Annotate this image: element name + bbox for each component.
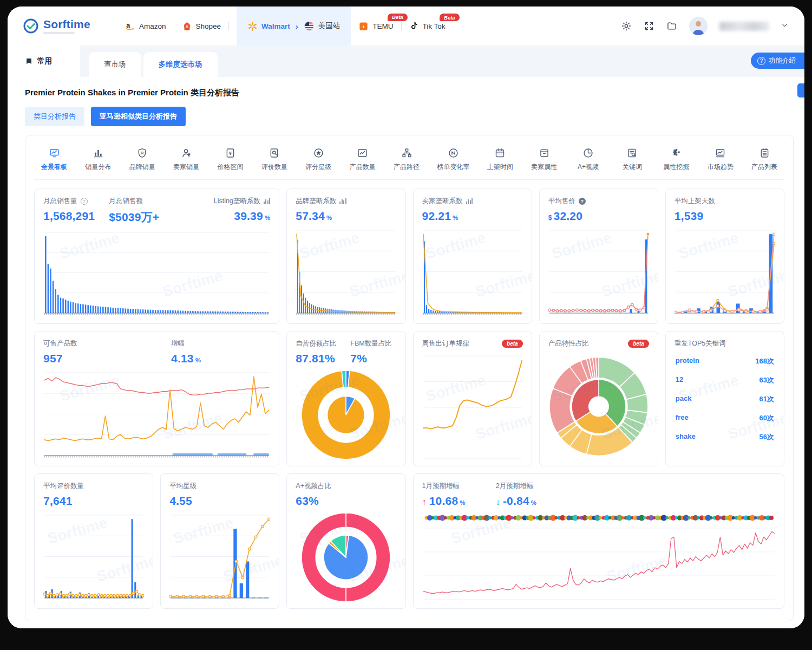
card-top-keywords: 重复TOP5关键词 protein168次1263次pack61次free60次… (665, 331, 784, 466)
keyword-list: protein168次1263次pack61次free60次shake56次 (675, 352, 775, 446)
platform-nav: a Amazon S Shopee (125, 6, 446, 46)
divider (228, 22, 229, 30)
platform-temu[interactable]: t TEMU Beta (358, 21, 393, 31)
forecast-chart (422, 512, 776, 603)
toolbar-item-attr-mining[interactable]: 属性挖掘 (663, 147, 690, 172)
platform-us-site[interactable]: 美国站 (304, 21, 340, 31)
toolbar-item-seller[interactable]: 卖家销量 (173, 147, 200, 172)
side-tag[interactable] (797, 83, 804, 98)
keyword-row[interactable]: free60次 (675, 408, 775, 427)
temu-icon: t (358, 21, 369, 31)
toolbar-item-label: 价格区间 (218, 162, 244, 172)
keyword-row[interactable]: 1263次 (675, 370, 775, 389)
svg-text:¥: ¥ (229, 151, 232, 156)
sidebar-header[interactable]: 常用 (8, 46, 80, 77)
market-tabs: 查市场 多维度选市场 (89, 52, 218, 77)
keyword-word: 12 (676, 375, 683, 385)
rank-change-icon (448, 147, 459, 159)
feature-intro-button[interactable]: ? 功能介绍 (751, 53, 804, 69)
page-title: Premier Protein Shakes in Premier Protei… (25, 88, 794, 98)
toolbar-item-brand-shield[interactable]: R品牌销量 (129, 147, 156, 172)
platform-label: TEMU (372, 22, 393, 30)
toolbar-item-rank-change[interactable]: 榜单变化率 (437, 147, 469, 172)
chart-canvas (296, 227, 396, 318)
toolbar-item-label: 销量分布 (85, 162, 111, 172)
product-features-sunburst (548, 353, 649, 460)
toolbar-item-bar-chart[interactable]: 销量分布 (84, 147, 112, 172)
toolbar-item-product-count[interactable]: 产品数量 (349, 147, 376, 172)
fullscreen-icon[interactable] (644, 21, 654, 31)
svg-text:R: R (141, 151, 144, 155)
tab-category-report[interactable]: 类目分析报告 (25, 107, 84, 126)
average-reviews-chart (43, 512, 144, 603)
toolbar-item-dashboard[interactable]: 全景看板 (41, 147, 68, 172)
toolbar-item-label: 评价数量 (261, 162, 287, 172)
module-toolbar: 全景看板销量分布R品牌销量卖家销量¥价格区间评价数量评分星级产品数量产品路径榜单… (34, 145, 784, 180)
keyword-row[interactable]: pack61次 (675, 389, 775, 408)
aplus-video-icon (582, 147, 594, 159)
toolbar-item-review-count[interactable]: 评价数量 (261, 147, 288, 172)
platform-amazon[interactable]: a Amazon (125, 21, 166, 31)
tab-amazon-similar-report[interactable]: 亚马逊相似类目分析报告 (91, 107, 186, 126)
seller-monopoly-chart (422, 227, 523, 318)
shopee-icon: S (182, 21, 192, 31)
amazon-icon: a (125, 21, 135, 31)
up-arrow-icon: ↑ (422, 497, 427, 506)
metric-monthly-sales-amount: 月总销售额 $5039万+ (109, 197, 159, 225)
platform-label: Amazon (139, 22, 166, 30)
metric-average-reviews: 平均评价数量 7,641 (43, 482, 144, 508)
toolbar-item-market-trend[interactable]: 市场趋势 (707, 147, 734, 172)
metric-growth: 增幅 4.13% (171, 339, 201, 365)
bar-chart-icon (93, 147, 104, 159)
settings-gear-icon[interactable] (621, 21, 632, 31)
card-brand-monopoly: 品牌垄断系数 57.34% SorftimeSorftime (286, 188, 405, 324)
platform-tiktok[interactable]: Tik Tok Beta (409, 21, 446, 31)
tab-multi-dimension[interactable]: 多维度选市场 (143, 52, 218, 77)
chart-canvas (422, 227, 523, 318)
toolbar-item-product-list[interactable]: 产品列表 (751, 147, 778, 172)
average-rating-chart (169, 512, 270, 603)
keyword-row[interactable]: shake56次 (675, 427, 775, 446)
metric-feb-forecast: 2月预期增幅 ↓-0.84% (496, 482, 537, 508)
histogram-icon (264, 198, 271, 204)
logo-tagline (43, 32, 75, 34)
toolbar-item-aplus-video[interactable]: A+视频 (575, 147, 602, 172)
platform-walmart-group[interactable]: Walmart › (237, 6, 351, 46)
toolbar-item-launch-time[interactable]: 上架时间 (487, 147, 514, 172)
metric-top-keywords: 重复TOP5关键词 (675, 339, 775, 348)
metric-average-rating: 平均星级 4.55 (169, 482, 270, 508)
platform-shopee[interactable]: S Shopee (182, 21, 221, 31)
keyword-word: pack (676, 394, 692, 404)
toolbar-item-price-range[interactable]: ¥价格区间 (217, 147, 244, 172)
review-count-icon (269, 147, 280, 159)
avatar-person-icon (689, 17, 708, 35)
help-icon[interactable]: ? (579, 198, 586, 205)
report-tabs: 类目分析报告 亚马逊相似类目分析报告 (25, 107, 794, 126)
sorftime-logo[interactable]: Sorftime (23, 18, 115, 34)
tab-check-market[interactable]: 查市场 (89, 52, 141, 77)
platform-walmart[interactable]: Walmart (247, 21, 290, 31)
toolbar-item-label: 属性挖掘 (663, 162, 689, 172)
tiktok-icon (409, 21, 419, 31)
keyword-row[interactable]: protein168次 (675, 352, 775, 370)
toolbar-item-label: 评分星级 (305, 162, 331, 172)
metric-weekly-orders: 周售出订单规律beta (422, 339, 523, 348)
toolbar-item-keyword[interactable]: 关键词 (619, 147, 646, 172)
divider (174, 22, 174, 30)
header-actions (621, 17, 788, 35)
chart-canvas (548, 227, 649, 318)
toolbar-item-star-rating[interactable]: 评分星级 (305, 147, 332, 172)
folder-icon[interactable] (666, 21, 677, 31)
chevron-down-icon[interactable] (781, 22, 788, 30)
toolbar-item-label: A+视频 (578, 162, 599, 172)
info-icon[interactable]: ? (81, 198, 88, 205)
toolbar-item-product-path[interactable]: 产品路径 (393, 147, 420, 172)
toolbar-item-label: 上架时间 (487, 162, 513, 172)
brand-monopoly-chart (296, 227, 396, 318)
beta-badge: beta (502, 340, 523, 348)
chart-canvas (296, 512, 396, 603)
seller-attr-icon (539, 147, 550, 159)
user-avatar[interactable] (689, 17, 708, 35)
chart-canvas (43, 369, 270, 460)
toolbar-item-seller-attr[interactable]: 卖家属性 (531, 147, 558, 172)
